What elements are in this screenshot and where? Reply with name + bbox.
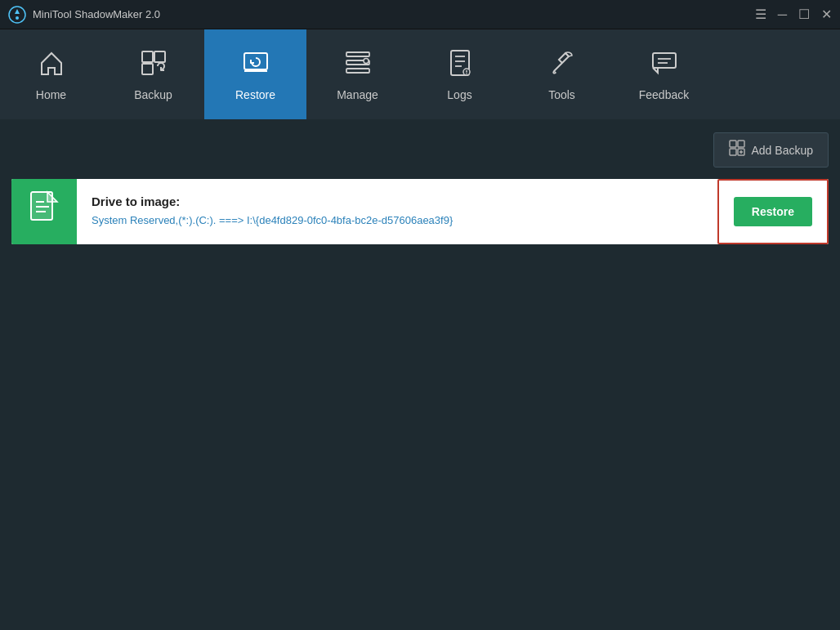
logs-icon [445, 48, 475, 82]
home-icon [37, 48, 66, 82]
nav-item-tools[interactable]: Tools [511, 29, 613, 119]
svg-point-10 [364, 58, 369, 63]
restore-icon [241, 48, 270, 82]
feedback-icon [650, 48, 679, 82]
nav-bar: Home Backup Restore [0, 29, 840, 119]
app-title: MiniTool ShadowMaker 2.0 [33, 8, 755, 20]
nav-label-feedback: Feedback [639, 88, 689, 101]
restore-button[interactable]: Restore [734, 197, 812, 226]
maximize-button[interactable]: ☐ [798, 7, 810, 22]
nav-label-tools: Tools [548, 88, 575, 101]
backup-card: Drive to image: System Reserved,(*:).(C:… [11, 179, 829, 244]
svg-rect-2 [142, 51, 153, 62]
nav-item-feedback[interactable]: Feedback [613, 29, 715, 119]
add-backup-icon [729, 140, 745, 160]
manage-icon [343, 48, 373, 82]
nav-label-backup: Backup [134, 88, 172, 101]
app-logo [8, 6, 26, 24]
add-backup-button[interactable]: Add Backup [713, 132, 829, 168]
svg-rect-4 [142, 64, 153, 74]
nav-label-logs: Logs [447, 88, 471, 101]
close-button[interactable]: ✕ [821, 7, 832, 22]
drive-image-icon [28, 190, 60, 234]
add-backup-label: Add Backup [752, 144, 814, 157]
toolbar-row: Add Backup [11, 132, 829, 168]
backup-card-content: Drive to image: System Reserved,(*:).(C:… [77, 179, 717, 244]
nav-label-restore: Restore [235, 88, 275, 101]
backup-card-icon-area [11, 179, 77, 244]
svg-rect-22 [738, 141, 744, 147]
nav-item-home[interactable]: Home [0, 29, 102, 119]
content-area: Add Backup Drive to image: System Reserv… [0, 119, 840, 257]
svg-rect-7 [346, 52, 369, 56]
svg-rect-21 [730, 141, 736, 147]
backup-card-title: Drive to image: [92, 194, 703, 208]
nav-item-logs[interactable]: Logs [409, 29, 511, 119]
svg-rect-9 [346, 69, 369, 73]
svg-point-1 [16, 16, 19, 20]
svg-point-17 [466, 73, 467, 74]
backup-card-path: System Reserved,(*:).(C:). ===> I:\{de4f… [92, 213, 703, 228]
nav-label-home: Home [36, 88, 66, 101]
svg-rect-3 [154, 51, 165, 62]
minimize-button[interactable]: ─ [778, 7, 787, 22]
tools-icon [547, 48, 577, 82]
title-bar: MiniTool ShadowMaker 2.0 ☰ ─ ☐ ✕ [0, 0, 840, 29]
svg-rect-18 [653, 53, 676, 68]
backup-icon [139, 48, 168, 82]
backup-card-actions: Restore [717, 179, 829, 244]
nav-item-manage[interactable]: Manage [306, 29, 409, 119]
nav-item-backup[interactable]: Backup [102, 29, 204, 119]
nav-label-manage: Manage [337, 88, 378, 101]
nav-item-restore[interactable]: Restore [204, 29, 306, 119]
svg-rect-23 [730, 149, 736, 155]
window-controls: ☰ ─ ☐ ✕ [755, 7, 832, 22]
menu-button[interactable]: ☰ [755, 7, 766, 22]
